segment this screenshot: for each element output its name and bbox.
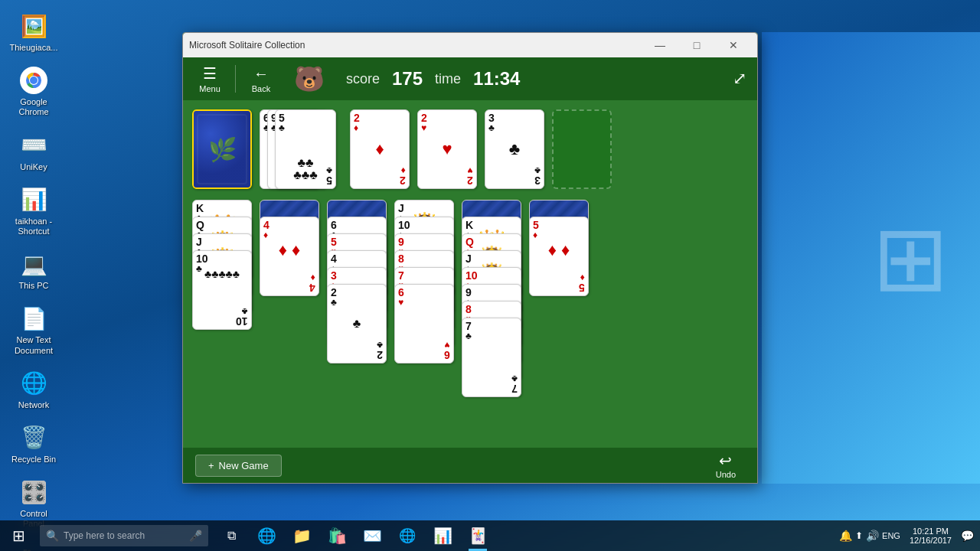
- recycle-bin-icon: 🗑️: [18, 422, 49, 453]
- undo-button[interactable]: ↩ Undo: [707, 448, 745, 482]
- foundation-1[interactable]: 2♦ ♦ 2♦: [350, 109, 410, 189]
- keyboard-icon: ⬆: [855, 530, 863, 541]
- this-pc-label: This PC: [18, 281, 48, 291]
- minimize-button[interactable]: —: [642, 34, 678, 56]
- unikey-icon: ⌨️: [18, 130, 49, 161]
- app-window: Microsoft Solitaire Collection — □ ✕ ☰ M…: [182, 32, 758, 484]
- close-button[interactable]: ✕: [716, 34, 751, 56]
- column-3[interactable]: 6♣ 5♥ 4♠ 3♦ 2♣ ♣ 2♣: [327, 200, 387, 368]
- taskbar-right: 🔔 ⬆ 🔊 ENG 10:21 PM 12/16/2017 💬: [839, 527, 980, 545]
- undo-label: Undo: [716, 470, 736, 479]
- taskbar: ⊞ 🔍 🎤 ⧉ 🌐 📁 🛍️ ✉️ 🌐 📊 🃏 🔔 ⬆ 🔊 ENG 10:21 …: [0, 520, 980, 551]
- col4-card6: 6♥ 6♥: [394, 284, 454, 364]
- svg-point-3: [30, 77, 38, 84]
- action-center-icon[interactable]: 💬: [961, 530, 974, 542]
- col1-card4: 10♣ ♣♣♣♣♣ 10♣: [192, 250, 252, 330]
- win-decoration: ⊞: [762, 32, 980, 484]
- column-5[interactable]: K♠ 👑 Q♦ 👸 J♠ 🤴 10♦ 9♠: [462, 200, 521, 422]
- excel-taskbar[interactable]: 📊: [426, 520, 459, 551]
- time-label: time: [435, 71, 461, 87]
- icon-this-pc[interactable]: 💻 This PC: [6, 246, 61, 294]
- menu-icon: ☰: [203, 64, 217, 83]
- foundation-3[interactable]: 3♣ ♣ 3♣: [485, 109, 544, 189]
- new-game-label: New Game: [219, 460, 269, 471]
- waste-pile[interactable]: 6♣ ♣ 9♣ ♣ 5♣ ♣♣ ♣♣♣ 5♣: [260, 109, 319, 189]
- new-game-button[interactable]: + New Game: [195, 455, 282, 477]
- game-area: 🌿 6♣ ♣ 9♣ ♣ 5♣ ♣♣ ♣♣♣: [183, 100, 757, 448]
- col5-card7: 7♣ 7♣: [462, 318, 521, 397]
- date-display: 12/16/2017: [910, 536, 952, 545]
- chrome-icon: [18, 65, 49, 96]
- search-input[interactable]: [64, 530, 185, 541]
- column-4[interactable]: J♠ 🤴 10♠ 9♥ 8♥ 7♥: [394, 200, 454, 368]
- store-app[interactable]: 🛍️: [320, 520, 354, 551]
- foundation-4[interactable]: [552, 109, 612, 189]
- col2-card1: 4♦ ♦ ♦ 4♦: [260, 217, 319, 296]
- icon-thieugiaca[interactable]: 🖼️ Thieugiaca...: [6, 8, 61, 56]
- column-1[interactable]: K♣ 👑 Q♣ 👸 J♣ 🤴 10♣ ♣♣♣♣♣ 10♣: [192, 200, 252, 353]
- explorer-app[interactable]: 📁: [285, 520, 318, 551]
- edge-app[interactable]: 🌐: [250, 520, 283, 551]
- columns-row: K♣ 👑 Q♣ 👸 J♣ 🤴 10♣ ♣♣♣♣♣ 10♣: [192, 200, 748, 422]
- search-icon: 🔍: [46, 530, 59, 542]
- icon-network[interactable]: 🌐 Network: [6, 365, 61, 413]
- taskbar-search[interactable]: 🔍 🎤: [40, 525, 208, 546]
- col6-card1: 5♦ ♦ ♦ 5♦: [529, 217, 589, 296]
- thieugiaca-label: Thieugiaca...: [10, 43, 58, 53]
- windows-logo: ⊞: [872, 205, 949, 311]
- volume-icon[interactable]: 🔊: [866, 530, 879, 542]
- taskview-button[interactable]: ⧉: [214, 520, 248, 551]
- window-titlebar: Microsoft Solitaire Collection — □ ✕: [183, 33, 757, 57]
- bear-logo: 🐻: [294, 64, 325, 93]
- mail-app[interactable]: ✉️: [355, 520, 389, 551]
- control-panel-icon: 🎛️: [18, 477, 49, 507]
- column-6[interactable]: 5♦ ♦ ♦ 5♦: [529, 200, 589, 353]
- stock-pile[interactable]: 🌿: [192, 109, 252, 189]
- stock-emoji: 🌿: [208, 136, 237, 163]
- taskbar-apps: ⧉ 🌐 📁 🛍️ ✉️ 🌐 📊 🃏: [214, 520, 495, 551]
- undo-icon: ↩: [719, 452, 732, 470]
- back-label: Back: [252, 84, 270, 93]
- foundation-2[interactable]: 2♥ ♥ 2♥: [417, 109, 477, 189]
- waste-card-3: 5♣ ♣♣ ♣♣♣ 5♣: [275, 109, 336, 189]
- lang-label: ENG: [882, 531, 900, 540]
- chrome-taskbar[interactable]: 🌐: [390, 520, 424, 551]
- chrome-label: GoogleChrome: [18, 97, 48, 117]
- time-display: 10:21 PM: [913, 527, 949, 536]
- icon-new-text[interactable]: 📄 New TextDocument: [6, 300, 61, 358]
- back-button[interactable]: ← Back: [242, 62, 280, 96]
- icon-taikhoan[interactable]: 📊 taikhoan -Shortcut: [6, 181, 61, 240]
- time-value: 11:34: [473, 68, 520, 90]
- icon-google-chrome[interactable]: GoogleChrome: [6, 62, 61, 120]
- start-button[interactable]: ⊞: [0, 520, 37, 551]
- maximize-button[interactable]: □: [679, 34, 714, 56]
- solitaire-taskbar[interactable]: 🃏: [461, 520, 495, 551]
- window-title: Microsoft Solitaire Collection: [189, 40, 305, 51]
- thieugiaca-icon: 🖼️: [18, 11, 49, 41]
- game-toolbar: ☰ Menu ← Back 🐻 score 175 time 11:34 ⤢: [183, 57, 757, 100]
- score-value: 175: [392, 68, 423, 90]
- this-pc-icon: 💻: [18, 249, 49, 279]
- plus-icon: +: [208, 460, 214, 471]
- top-row: 🌿 6♣ ♣ 9♣ ♣ 5♣ ♣♣ ♣♣♣: [192, 109, 748, 189]
- bottom-bar: + New Game ↩ Undo: [183, 448, 757, 483]
- network-icon: 🌐: [18, 368, 49, 399]
- notification-icon[interactable]: 🔔: [839, 530, 852, 542]
- expand-button[interactable]: ⤢: [730, 66, 750, 92]
- column-2[interactable]: 4♦ ♦ ♦ 4♦: [260, 200, 319, 353]
- col3-card5: 2♣ ♣ 2♣: [327, 284, 387, 364]
- icon-unikey[interactable]: ⌨️ UniKey: [6, 127, 61, 175]
- toolbar-separator: [235, 65, 236, 93]
- new-text-label: New TextDocument: [15, 335, 53, 355]
- score-section: score 175 time 11:34: [346, 68, 520, 90]
- desktop: 🖼️ Thieugiaca... GoogleChrome: [0, 0, 980, 551]
- score-label: score: [346, 71, 380, 87]
- menu-button[interactable]: ☰ Menu: [191, 61, 229, 96]
- icon-recycle-bin[interactable]: 🗑️ Recycle Bin: [6, 419, 61, 468]
- window-controls: — □ ✕: [642, 34, 751, 56]
- mic-icon: 🎤: [189, 530, 202, 542]
- network-label: Network: [18, 400, 49, 410]
- menu-label: Menu: [199, 84, 220, 93]
- taikhoan-label: taikhoan -Shortcut: [15, 217, 52, 236]
- taskbar-time[interactable]: 10:21 PM 12/16/2017: [903, 527, 958, 545]
